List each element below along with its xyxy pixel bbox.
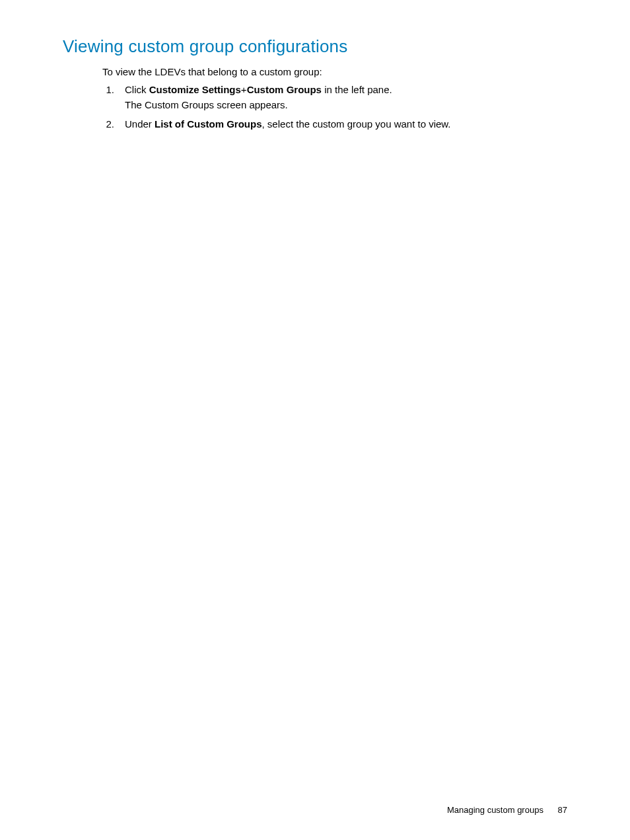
text-part: Click	[125, 84, 149, 95]
step-number: 1.	[102, 84, 125, 114]
step-2: 2. Under List of Custom Groups, select t…	[102, 118, 567, 134]
step-line: Click Customize Settings+Custom Groups i…	[125, 84, 567, 95]
text-part: +	[241, 84, 247, 95]
step-content: Under List of Custom Groups, select the …	[125, 118, 567, 134]
step-number: 2.	[102, 118, 125, 134]
text-part-bold: Custom Groups	[247, 84, 322, 95]
section-heading: Viewing custom group configurations	[63, 36, 567, 57]
text-part: in the left pane.	[322, 84, 392, 95]
page-footer: Managing custom groups 87	[447, 805, 567, 815]
step-content: Click Customize Settings+Custom Groups i…	[125, 84, 567, 114]
step-line: Under List of Custom Groups, select the …	[125, 118, 567, 130]
text-part: Under	[125, 118, 155, 130]
footer-page-number: 87	[558, 805, 567, 815]
page-content: Viewing custom group configurations To v…	[0, 0, 630, 134]
text-part-bold: Customize Settings	[149, 84, 241, 95]
text-part: , select the custom group you want to vi…	[262, 118, 451, 130]
step-followup: The Custom Groups screen appears.	[125, 99, 567, 110]
text-part-bold: List of Custom Groups	[155, 118, 262, 130]
footer-section-name: Managing custom groups	[447, 805, 543, 815]
intro-text: To view the LDEVs that belong to a custo…	[102, 66, 567, 77]
steps-list: 1. Click Customize Settings+Custom Group…	[102, 84, 567, 134]
step-1: 1. Click Customize Settings+Custom Group…	[102, 84, 567, 114]
